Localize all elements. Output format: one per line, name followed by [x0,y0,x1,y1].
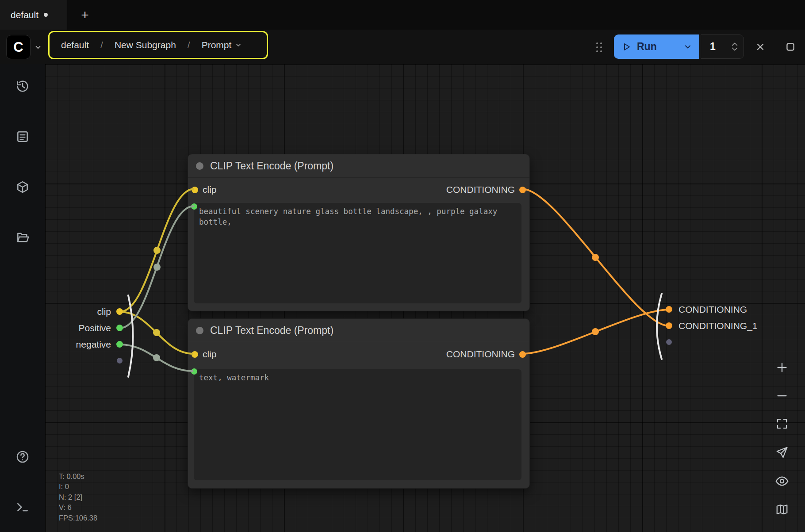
collapse-dot[interactable] [196,327,203,334]
top-toolbar: C default / New Subgraph / Prompt Run 1 [0,30,805,64]
plus-icon [775,360,789,375]
help-circle-icon [15,450,30,464]
stat-time: T: 0.00s [59,471,97,482]
breadcrumb-item-default[interactable]: default [61,40,89,50]
breadcrumb: default / New Subgraph / Prompt [48,31,268,59]
fit-view-button[interactable] [772,414,792,433]
play-icon [621,42,632,52]
sidebar-item-model-library[interactable] [9,174,36,200]
workflow-tab-default[interactable]: default [0,0,67,30]
clip-text-encode-node-1[interactable]: CLIP Text Encode (Prompt) clip CONDITION… [188,154,530,311]
stepper-down-icon[interactable] [731,47,738,51]
eye-icon [775,474,789,488]
prompt-text-widget[interactable]: text, watermark [194,369,521,480]
zoom-out-button[interactable] [772,386,792,406]
list-document-icon [15,130,30,144]
left-sidebar [0,64,45,532]
close-icon [755,42,766,52]
cancel-button[interactable] [751,37,770,57]
subgraph-input-label-positive: Positive [45,322,111,334]
sidebar-item-node-library[interactable] [9,123,36,150]
sidebar-item-queue-history[interactable] [9,73,36,100]
map-icon [775,503,789,516]
zoom-in-button[interactable] [772,358,792,377]
subgraph-input-slot-positive[interactable] [116,325,123,331]
sidebar-item-workflows[interactable] [9,224,36,251]
node-title: CLIP Text Encode (Prompt) [210,325,334,337]
node-title: CLIP Text Encode (Prompt) [210,160,334,172]
breadcrumb-item-prompt[interactable]: Prompt [202,40,242,50]
select-mode-button[interactable] [772,443,792,462]
sidebar-item-terminal[interactable] [9,494,36,521]
new-workflow-tab-button[interactable]: + [73,0,96,30]
run-button[interactable]: Run [614,34,699,59]
stat-fps: FPS:106.38 [59,513,97,523]
folder-open-icon [15,230,30,245]
run-options-chevron-icon[interactable] [683,42,692,51]
history-icon [15,79,30,93]
conditioning-output-label: CONDITIONING [446,184,515,195]
subgraph-input-slot-empty[interactable] [117,358,123,364]
minimap-button[interactable] [772,500,792,519]
chevron-down-icon [235,42,242,49]
subgraph-output-slot-conditioning[interactable] [666,306,672,313]
node-slot-row: clip CONDITIONING [188,178,529,202]
subgraph-input-label-negative: negative [45,339,111,350]
app-menu-button[interactable]: C [6,35,42,59]
cursor-send-icon [775,446,789,459]
toolbar-drag-handle[interactable] [596,42,602,53]
subgraph-input-label-clip: clip [45,306,111,318]
toggle-visibility-button[interactable] [772,471,792,491]
clip-input-label: clip [203,349,217,360]
node-slot-row: clip CONDITIONING [188,342,529,366]
subgraph-output-slot-conditioning-1[interactable] [666,322,672,329]
subgraph-output-label-conditioning-1: CONDITIONING_1 [678,320,758,332]
sidebar-item-help[interactable] [9,444,36,470]
stepper-up-icon[interactable] [731,42,738,46]
clip-text-encode-node-2[interactable]: CLIP Text Encode (Prompt) clip CONDITION… [188,318,530,489]
node-title-bar[interactable]: CLIP Text Encode (Prompt) [188,319,529,342]
square-icon [785,41,796,53]
stat-nodes: N: 2 [2] [59,492,97,502]
stop-button[interactable] [781,37,800,57]
subgraph-input-slot-negative[interactable] [116,341,123,348]
unsaved-changes-dot [44,13,48,17]
fit-view-icon [775,417,789,430]
cube-icon [15,180,30,194]
run-button-label: Run [637,41,657,53]
breadcrumb-separator: / [100,40,103,50]
prompt-text-widget[interactable]: beautiful scenery nature glass bottle la… [194,203,521,303]
stat-version: V: 6 [59,502,97,513]
terminal-icon [15,500,30,514]
performance-stats: T: 0.00s I: 0 N: 2 [2] V: 6 FPS:106.38 [59,471,97,523]
workflow-tab-bar: default + [0,0,805,30]
node-title-bar[interactable]: CLIP Text Encode (Prompt) [188,154,529,178]
collapse-dot[interactable] [196,162,203,170]
breadcrumb-separator: / [188,40,190,50]
batch-count-stepper[interactable]: 1 [701,34,744,59]
breadcrumb-item-subgraph[interactable]: New Subgraph [115,40,176,50]
subgraph-output-slot-empty[interactable] [666,339,672,345]
conditioning-output-label: CONDITIONING [446,349,515,360]
breadcrumb-prompt-label: Prompt [202,40,232,50]
subgraph-output-label-conditioning: CONDITIONING [678,304,747,315]
workflow-tab-label: default [11,10,38,20]
stat-iterations: I: 0 [59,482,97,492]
minus-icon [775,389,789,403]
batch-count-value[interactable]: 1 [710,41,731,53]
clip-input-label: clip [203,184,217,195]
comfyui-logo: C [6,35,31,59]
subgraph-input-slot-clip[interactable] [116,308,123,315]
chevron-down-icon [34,43,42,51]
